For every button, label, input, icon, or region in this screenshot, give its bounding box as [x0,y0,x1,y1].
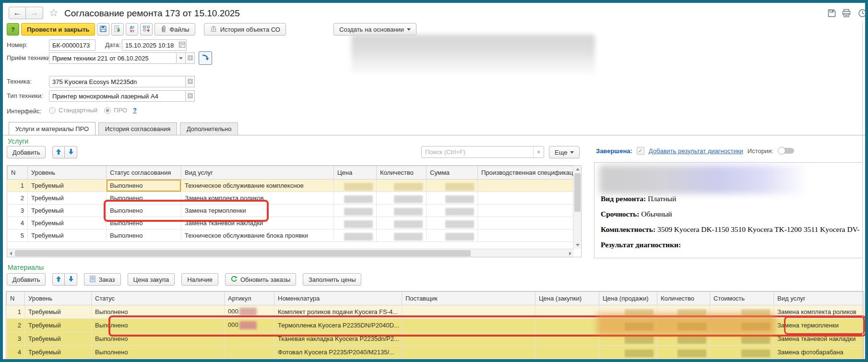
cell-n[interactable]: 2 [7,319,25,332]
intake-dropdown-button[interactable] [177,52,186,64]
cell-sum-censored[interactable] [427,205,478,217]
col-production-spec[interactable]: Производственная спецификация [478,166,573,180]
navigate-next-button[interactable] [199,51,212,65]
services-search-input[interactable] [421,146,544,158]
forward-button[interactable]: → [26,7,43,19]
intake-open-button[interactable] [186,52,195,64]
cell-service[interactable]: Замена комплекта роликов [181,192,334,205]
cell-quantity-censored[interactable] [377,192,427,205]
number-field[interactable] [49,39,95,51]
tech-field[interactable] [49,76,186,87]
cell-service[interactable]: Техническое обслуживание блока проявки [181,229,334,242]
col-service-kind[interactable]: Вид услуг [181,166,334,180]
cell-supplier[interactable] [402,332,535,346]
object-history-button[interactable]: История объекта СО [204,23,286,36]
cell-n[interactable]: 3 [8,205,28,217]
cell-status[interactable]: Выполнено [92,346,225,359]
cell-status[interactable]: Выполнено [107,205,181,217]
cell-status[interactable]: Выполнено [92,332,225,346]
services-add-button[interactable]: Добавить [7,146,46,158]
services-row[interactable]: 5 Требуемый Выполнено Техническое обслуж… [8,229,573,242]
tech-open-button[interactable] [186,76,195,87]
cell-production-spec[interactable] [478,229,573,242]
cell-status[interactable]: Выполнено [107,217,181,229]
cell-status[interactable]: Выполнено [107,180,181,192]
cell-cost-censored[interactable] [710,319,774,332]
cell-level[interactable]: Требуемый [28,192,107,205]
tab-additional[interactable]: Дополнительно [180,122,238,135]
save-button[interactable] [97,23,109,36]
post-document-button[interactable] [111,23,124,36]
calendar-button[interactable] [178,39,187,51]
materials-row[interactable]: 1 Требуемый Выполнено 000 Комплект ролик… [7,305,864,319]
cell-level[interactable]: Требуемый [25,332,92,346]
cell-n[interactable]: 4 [7,346,25,359]
materials-row-highlighted[interactable]: 2 Требуемый Выполнено 000 Термопленка Ky… [7,319,864,332]
cell-service[interactable]: Замена тканевой накладки [181,217,334,229]
col-level[interactable]: Уровень [25,292,92,305]
cell-n[interactable]: 3 [7,332,25,346]
col-article[interactable]: Артикул [225,292,274,305]
cell-level[interactable]: Требуемый [28,217,107,229]
cell-quantity-censored[interactable] [377,217,427,229]
services-row[interactable]: 4 Требуемый Выполнено Замена тканевой на… [8,217,573,229]
cell-level[interactable]: Требуемый [25,319,92,332]
tech-type-field[interactable] [49,90,186,102]
cell-production-spec[interactable] [478,180,573,192]
cell-level[interactable]: Требуемый [28,180,107,192]
materials-add-button[interactable]: Добавить [7,273,46,286]
cell-level[interactable]: Требуемый [28,229,107,242]
add-diagnostic-result-link[interactable]: Добавить результат диагностики [649,147,743,155]
col-price-sale[interactable]: Цена (продажи) [599,292,657,305]
col-level[interactable]: Уровень [28,166,107,180]
history-clock-icon[interactable] [858,9,867,19]
cell-price-censored[interactable] [334,205,377,217]
cell-service[interactable]: Замена фотобарабана [774,346,864,359]
favorite-star-icon[interactable]: ☆ [49,7,59,19]
cell-nomenclature[interactable]: Фотовал Kyocera P2235/P2040/M2135/... [274,346,402,359]
cell-service[interactable]: Замена термопленки [181,205,334,217]
cell-service[interactable]: Техническое обслуживание комплексное [181,180,334,192]
cell-quantity-censored[interactable] [377,229,427,242]
interface-radio-standard[interactable] [49,107,56,114]
col-cost[interactable]: Стоимость [710,292,774,305]
cell-production-spec[interactable] [478,217,573,229]
services-search-clear-button[interactable]: × [533,146,544,157]
files-button[interactable]: Файлы [155,23,195,36]
cell-price-censored[interactable] [334,180,377,192]
history-toggle[interactable] [778,147,795,155]
help-button[interactable]: ? [7,23,19,36]
cell-status[interactable]: Выполнено [92,319,225,332]
cell-level[interactable]: Требуемый [25,305,92,319]
purchase-price-button[interactable]: Цена закупа [128,273,175,286]
cell-price-sale-censored[interactable] [599,332,657,346]
col-quantity[interactable]: Количество [657,292,710,305]
cell-price-purchase[interactable] [535,319,599,332]
services-horizontal-scrollbar[interactable] [7,249,574,257]
col-approval-status[interactable]: Статус согласования [107,166,181,180]
cell-price-sale-censored[interactable] [599,319,657,332]
update-orders-button[interactable]: Обновить заказы [225,273,296,286]
services-move-down-button[interactable] [65,146,77,158]
completed-checkbox[interactable]: ✓ [637,147,644,155]
structure-button[interactable] [140,23,153,36]
materials-row[interactable]: 3 Требуемый Выполнено Тканевая накладка … [7,332,864,346]
materials-row[interactable]: 4 Требуемый Выполнено Фотовал Kyocera P2… [7,346,864,359]
col-n[interactable]: N [7,292,25,305]
cell-price-purchase[interactable] [535,305,599,319]
cell-sum-censored[interactable] [427,217,478,229]
date-field[interactable] [122,39,178,51]
cell-price-purchase[interactable] [535,332,599,346]
post-and-close-button[interactable]: Провести и закрыть [21,23,95,36]
cell-quantity-censored[interactable] [657,346,710,359]
tab-services-materials-pro[interactable]: Услуги и материалы ПРО [9,122,96,135]
cell-level[interactable]: Требуемый [25,346,92,359]
services-row[interactable]: 3 Требуемый Выполнено Замена термопленки [8,205,573,217]
cell-sum-censored[interactable] [427,192,478,205]
services-vertical-scrollbar[interactable] [573,166,581,249]
cell-cost-censored[interactable] [710,346,774,359]
services-row[interactable]: 1 Требуемый Выполнено Техническое обслуж… [8,180,573,192]
availability-button[interactable]: Наличие [181,273,218,286]
cell-n[interactable]: 5 [8,229,28,242]
services-move-up-button[interactable] [52,146,65,158]
